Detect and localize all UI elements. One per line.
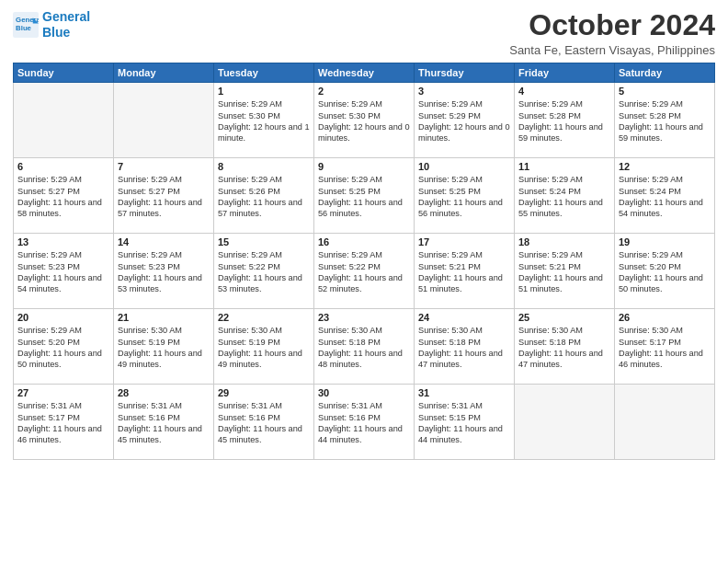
daylight-text: Daylight: 11 hours and 44 minutes.: [418, 423, 510, 446]
sunset-text: Sunset: 5:26 PM: [218, 186, 310, 197]
calendar-cell: [615, 385, 715, 460]
logo-line2: Blue: [42, 25, 70, 40]
sunrise-text: Sunrise: 5:29 AM: [418, 174, 510, 185]
calendar-cell: 6Sunrise: 5:29 AMSunset: 5:27 PMDaylight…: [14, 158, 114, 234]
daylight-text: Daylight: 11 hours and 57 minutes.: [218, 197, 310, 220]
day-number: 25: [518, 312, 610, 323]
sunset-text: Sunset: 5:25 PM: [318, 186, 410, 197]
daylight-text: Daylight: 12 hours and 0 minutes.: [318, 121, 410, 144]
calendar-cell: 24Sunrise: 5:30 AMSunset: 5:18 PMDayligh…: [415, 309, 515, 385]
week-row-2: 13Sunrise: 5:29 AMSunset: 5:23 PMDayligh…: [14, 234, 715, 309]
daylight-text: Daylight: 12 hours and 1 minute.: [218, 121, 310, 144]
sunset-text: Sunset: 5:27 PM: [118, 186, 210, 197]
daylight-text: Daylight: 11 hours and 49 minutes.: [218, 348, 310, 371]
sunset-text: Sunset: 5:25 PM: [418, 186, 510, 197]
calendar-cell: 14Sunrise: 5:29 AMSunset: 5:23 PMDayligh…: [114, 234, 214, 309]
day-number: 27: [17, 387, 109, 398]
daylight-text: Daylight: 11 hours and 50 minutes.: [619, 272, 711, 295]
calendar-cell: 15Sunrise: 5:29 AMSunset: 5:22 PMDayligh…: [214, 234, 314, 309]
sunrise-text: Sunrise: 5:29 AM: [518, 174, 610, 185]
day-number: 4: [518, 86, 610, 97]
sunset-text: Sunset: 5:19 PM: [218, 337, 310, 348]
calendar-cell: 13Sunrise: 5:29 AMSunset: 5:23 PMDayligh…: [14, 234, 114, 309]
sunrise-text: Sunrise: 5:29 AM: [418, 249, 510, 260]
daylight-text: Daylight: 11 hours and 56 minutes.: [418, 197, 510, 220]
sunrise-text: Sunrise: 5:29 AM: [518, 98, 610, 109]
sunrise-text: Sunrise: 5:29 AM: [619, 174, 711, 185]
daylight-text: Daylight: 11 hours and 47 minutes.: [418, 348, 510, 371]
sunrise-text: Sunrise: 5:29 AM: [218, 174, 310, 185]
daylight-text: Daylight: 11 hours and 45 minutes.: [218, 423, 310, 446]
calendar-cell: 12Sunrise: 5:29 AMSunset: 5:24 PMDayligh…: [615, 158, 715, 234]
daylight-text: Daylight: 11 hours and 47 minutes.: [518, 348, 610, 371]
day-number: 13: [17, 236, 109, 247]
sunrise-text: Sunrise: 5:30 AM: [418, 325, 510, 336]
sunrise-text: Sunrise: 5:30 AM: [619, 325, 711, 336]
col-thursday: Thursday: [415, 63, 515, 83]
sunrise-text: Sunrise: 5:29 AM: [418, 98, 510, 109]
daylight-text: Daylight: 11 hours and 59 minutes.: [619, 121, 711, 144]
daylight-text: Daylight: 11 hours and 57 minutes.: [118, 197, 210, 220]
daylight-text: Daylight: 11 hours and 46 minutes.: [17, 423, 109, 446]
calendar-cell: 30Sunrise: 5:31 AMSunset: 5:16 PMDayligh…: [314, 385, 415, 460]
sunrise-text: Sunrise: 5:29 AM: [318, 98, 410, 109]
sunrise-text: Sunrise: 5:30 AM: [318, 325, 410, 336]
sunrise-text: Sunrise: 5:29 AM: [118, 174, 210, 185]
day-number: 31: [418, 387, 510, 398]
calendar-cell: 28Sunrise: 5:31 AMSunset: 5:16 PMDayligh…: [114, 385, 214, 460]
calendar-cell: 16Sunrise: 5:29 AMSunset: 5:22 PMDayligh…: [314, 234, 415, 309]
sunrise-text: Sunrise: 5:31 AM: [318, 400, 410, 411]
calendar-cell: 26Sunrise: 5:30 AMSunset: 5:17 PMDayligh…: [615, 309, 715, 385]
daylight-text: Daylight: 11 hours and 48 minutes.: [318, 348, 410, 371]
calendar-table: Sunday Monday Tuesday Wednesday Thursday…: [13, 63, 715, 460]
sunset-text: Sunset: 5:19 PM: [118, 337, 210, 348]
sunset-text: Sunset: 5:23 PM: [118, 261, 210, 272]
day-number: 16: [318, 236, 410, 247]
day-number: 17: [418, 236, 510, 247]
daylight-text: Daylight: 11 hours and 53 minutes.: [218, 272, 310, 295]
calendar-cell: 8Sunrise: 5:29 AMSunset: 5:26 PMDaylight…: [214, 158, 314, 234]
col-wednesday: Wednesday: [314, 63, 415, 83]
sunrise-text: Sunrise: 5:30 AM: [518, 325, 610, 336]
location: Santa Fe, Eastern Visayas, Philippines: [509, 43, 715, 57]
header: General Blue General Blue October 2024 S…: [13, 9, 715, 57]
calendar-cell: 29Sunrise: 5:31 AMSunset: 5:16 PMDayligh…: [214, 385, 314, 460]
calendar-cell: 10Sunrise: 5:29 AMSunset: 5:25 PMDayligh…: [415, 158, 515, 234]
sunrise-text: Sunrise: 5:29 AM: [518, 249, 610, 260]
sunset-text: Sunset: 5:18 PM: [418, 337, 510, 348]
daylight-text: Daylight: 11 hours and 49 minutes.: [118, 348, 210, 371]
day-number: 15: [218, 236, 310, 247]
calendar-cell: 1Sunrise: 5:29 AMSunset: 5:30 PMDaylight…: [214, 83, 314, 158]
sunset-text: Sunset: 5:23 PM: [17, 261, 109, 272]
day-number: 12: [619, 161, 711, 172]
calendar-cell: 27Sunrise: 5:31 AMSunset: 5:17 PMDayligh…: [14, 385, 114, 460]
sunset-text: Sunset: 5:28 PM: [619, 110, 711, 121]
sunset-text: Sunset: 5:15 PM: [418, 412, 510, 423]
week-row-0: 1Sunrise: 5:29 AMSunset: 5:30 PMDaylight…: [14, 83, 715, 158]
col-saturday: Saturday: [615, 63, 715, 83]
sunset-text: Sunset: 5:20 PM: [619, 261, 711, 272]
daylight-text: Daylight: 11 hours and 54 minutes.: [619, 197, 711, 220]
sunset-text: Sunset: 5:27 PM: [17, 186, 109, 197]
logo-icon: General Blue: [13, 12, 39, 38]
page: General Blue General Blue October 2024 S…: [0, 0, 728, 563]
sunrise-text: Sunrise: 5:30 AM: [218, 325, 310, 336]
day-number: 5: [619, 86, 711, 97]
sunset-text: Sunset: 5:18 PM: [318, 337, 410, 348]
sunrise-text: Sunrise: 5:29 AM: [619, 98, 711, 109]
day-number: 20: [17, 312, 109, 323]
sunrise-text: Sunrise: 5:29 AM: [118, 249, 210, 260]
week-row-1: 6Sunrise: 5:29 AMSunset: 5:27 PMDaylight…: [14, 158, 715, 234]
sunset-text: Sunset: 5:21 PM: [518, 261, 610, 272]
day-number: 7: [118, 161, 210, 172]
sunset-text: Sunset: 5:20 PM: [17, 337, 109, 348]
sunrise-text: Sunrise: 5:29 AM: [218, 249, 310, 260]
week-row-4: 27Sunrise: 5:31 AMSunset: 5:17 PMDayligh…: [14, 385, 715, 460]
col-friday: Friday: [515, 63, 615, 83]
col-sunday: Sunday: [14, 63, 114, 83]
col-monday: Monday: [114, 63, 214, 83]
calendar-cell: 9Sunrise: 5:29 AMSunset: 5:25 PMDaylight…: [314, 158, 415, 234]
daylight-text: Daylight: 11 hours and 51 minutes.: [418, 272, 510, 295]
calendar-cell: 5Sunrise: 5:29 AMSunset: 5:28 PMDaylight…: [615, 83, 715, 158]
day-number: 19: [619, 236, 711, 247]
